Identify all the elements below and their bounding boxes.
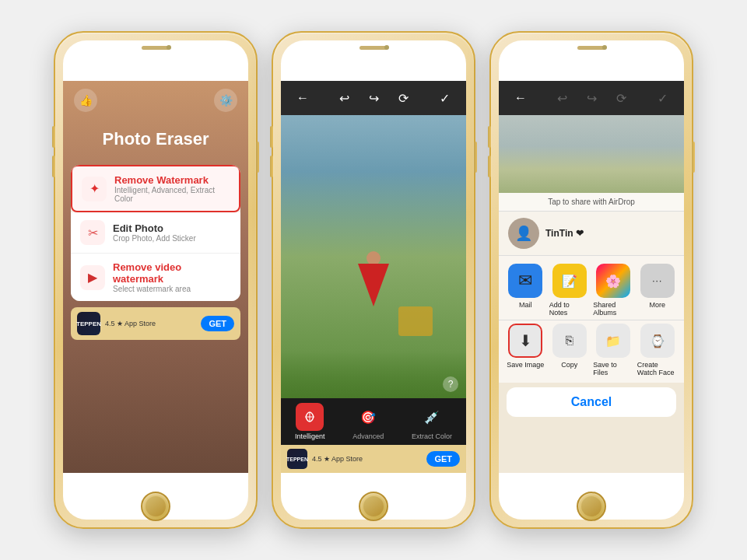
phone-1: 👍 ⚙️ Photo Eraser ✦ Remove Watermark Int… — [54, 31, 258, 529]
home-button-2[interactable] — [359, 492, 388, 521]
tool-advanced[interactable]: 🎯 Advanced — [352, 403, 384, 440]
phone2-ad: TEPPEN 4.5 ★ App Store GET — [281, 445, 466, 473]
action-save-files[interactable]: 📁 Save to Files — [593, 324, 633, 376]
vol-up-3 — [488, 126, 491, 148]
help-button[interactable]: ? — [443, 376, 458, 392]
phone-2: ← ↩ ↪ ⟳ ✓ ? — [272, 31, 475, 529]
ad-get-btn-1[interactable]: GET — [201, 316, 234, 331]
back-icon[interactable]: ← — [292, 87, 314, 109]
power-3 — [692, 142, 695, 173]
tool-extract[interactable]: 💉 Extract Color — [412, 403, 452, 440]
photo-figure — [354, 251, 393, 313]
rotate-icon[interactable]: ⟳ — [392, 87, 414, 109]
rotate-icon-3[interactable]: ⟳ — [610, 87, 632, 109]
save-files-icon: 📁 — [596, 324, 630, 358]
tool-intelligent[interactable]: Intelligent — [295, 403, 325, 440]
extract-label: Extract Color — [412, 432, 452, 440]
phone1-header: 👍 ⚙️ — [63, 81, 248, 115]
menu-item-video[interactable]: ▶ Remove video watermark Select watermar… — [71, 254, 240, 301]
speaker-2 — [359, 46, 388, 50]
confirm-icon-3[interactable]: ✓ — [651, 87, 673, 109]
camera-3 — [602, 45, 607, 50]
edit-text: Edit Photo Crop Photo, Add Sticker — [113, 222, 196, 243]
menu-item-edit[interactable]: ✂ Edit Photo Crop Photo, Add Sticker — [71, 212, 240, 254]
copy-label: Copy — [561, 361, 577, 369]
home-button-3[interactable] — [577, 492, 606, 521]
camera-2 — [384, 45, 389, 50]
edit-icon: ✂ — [80, 220, 105, 245]
contact-name: TinTin ❤ — [545, 228, 584, 239]
more-label: More — [649, 301, 665, 309]
action-save-image[interactable]: ⬇ Save Image — [505, 324, 545, 376]
edit-title: Edit Photo — [113, 222, 196, 234]
watermark-title: Remove Watermark — [114, 174, 230, 186]
phone-inner-3: ← ↩ ↪ ⟳ ✓ Tap to share with AirDrop 👤 Ti… — [499, 40, 684, 520]
video-subtitle: Select watermark area — [113, 285, 231, 293]
power-1 — [256, 142, 259, 173]
back-icon-3[interactable]: ← — [510, 87, 531, 109]
action-copy[interactable]: ⎘ Copy — [549, 324, 590, 376]
notes-icon: 📝 — [552, 264, 587, 298]
vol-down-2 — [270, 156, 273, 177]
phone-inner-1: 👍 ⚙️ Photo Eraser ✦ Remove Watermark Int… — [63, 40, 248, 520]
ad-text-1: 4.5 ★ App Store — [105, 320, 196, 327]
video-icon: ▶ — [80, 265, 105, 290]
share-apps-row: ✉ Mail 📝 Add to Notes 🌸 Shared Albums ··… — [499, 256, 684, 320]
menu-item-watermark[interactable]: ✦ Remove Watermark Intelligent, Advanced… — [71, 165, 240, 212]
save-image-icon: ⬇ — [508, 324, 542, 358]
vol-up-1 — [52, 126, 55, 148]
redo-icon[interactable]: ↪ — [363, 87, 384, 109]
phone-3: ← ↩ ↪ ⟳ ✓ Tap to share with AirDrop 👤 Ti… — [489, 31, 693, 529]
phone-top-2 — [350, 44, 397, 51]
ad-text-2: 4.5 ★ App Store — [312, 455, 422, 463]
vol-down-1 — [52, 156, 55, 177]
share-mail[interactable]: ✉ Mail — [505, 264, 545, 317]
save-files-label: Save to Files — [593, 361, 633, 376]
dimmed-photo — [499, 115, 684, 193]
watermark-subtitle: Intelligent, Advanced, Extract Color — [114, 186, 230, 203]
more-icon: ··· — [640, 264, 675, 298]
share-notes[interactable]: 📝 Add to Notes — [549, 264, 590, 317]
settings-icon[interactable]: ⚙️ — [214, 89, 237, 112]
confirm-icon[interactable]: ✓ — [433, 87, 455, 109]
mail-icon: ✉ — [508, 264, 542, 298]
undo-icon-3[interactable]: ↩ — [551, 87, 573, 109]
video-text: Remove video watermark Select watermark … — [113, 261, 231, 293]
power-2 — [474, 142, 477, 173]
intelligent-label: Intelligent — [295, 432, 325, 440]
watermark-text: Remove Watermark Intelligent, Advanced, … — [114, 174, 230, 203]
airdrop-label: Tap to share with AirDrop — [499, 193, 684, 212]
undo-icon[interactable]: ↩ — [333, 87, 355, 109]
advanced-label: Advanced — [352, 432, 384, 440]
share-actions-row: ⬇ Save Image ⎘ Copy 📁 Save to Files ⌚ Cr… — [499, 320, 684, 383]
copy-icon: ⎘ — [552, 324, 587, 358]
share-more[interactable]: ··· More — [637, 264, 678, 317]
flowers-decoration — [281, 352, 466, 398]
home-btn-inner-1 — [146, 496, 166, 516]
albums-icon: 🌸 — [596, 264, 630, 298]
home-button-1[interactable] — [141, 492, 170, 521]
share-toolbar: ← ↩ ↪ ⟳ ✓ — [499, 81, 684, 115]
speaker-3 — [577, 46, 605, 50]
camera-1 — [167, 45, 171, 50]
like-icon[interactable]: 👍 — [74, 89, 97, 112]
notes-label: Add to Notes — [549, 301, 590, 317]
screen-2: ← ↩ ↪ ⟳ ✓ ? — [281, 81, 466, 473]
phone1-ad: TEPPEN 4.5 ★ App Store GET — [71, 307, 240, 340]
phone-top-3 — [568, 44, 615, 51]
watch-face-icon: ⌚ — [640, 324, 675, 358]
advanced-icon: 🎯 — [354, 403, 382, 431]
action-watch-face[interactable]: ⌚ Create Watch Face — [637, 324, 678, 376]
albums-label: Shared Albums — [593, 301, 633, 317]
save-image-label: Save Image — [507, 361, 544, 369]
share-albums[interactable]: 🌸 Shared Albums — [593, 264, 633, 317]
share-sheet: Tap to share with AirDrop 👤 TinTin ❤ ✉ M… — [499, 193, 684, 473]
watermark-icon: ✦ — [82, 177, 107, 201]
ad-get-btn-2[interactable]: GET — [426, 451, 460, 467]
redo-icon-3[interactable]: ↪ — [580, 87, 602, 109]
ad-logo-1: TEPPEN — [77, 312, 100, 335]
bottom-tools: Intelligent 🎯 Advanced 💉 Extract Color — [281, 398, 466, 445]
speaker-1 — [142, 46, 170, 50]
cancel-button[interactable]: Cancel — [507, 387, 676, 417]
editor-toolbar: ← ↩ ↪ ⟳ ✓ — [281, 81, 466, 115]
